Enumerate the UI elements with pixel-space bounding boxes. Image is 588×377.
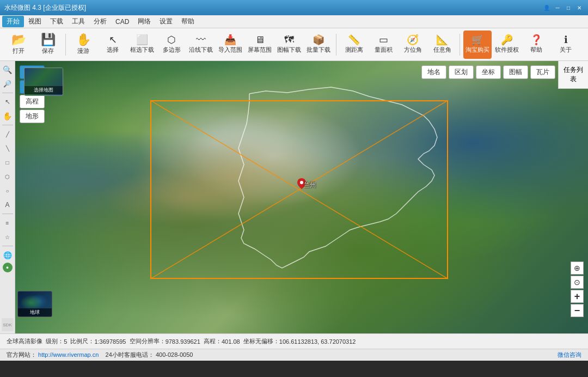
main-area: 🔍 🔎 ↖ ✋ ╱ ╲ □ ⬡ ○ A ≡ ☆ 🌐 ● SDK — [0, 61, 588, 333]
minimize-button[interactable]: ─ — [553, 3, 562, 12]
save-button[interactable]: 💾 保存 — [34, 31, 62, 59]
toolbar-separator-2 — [336, 34, 336, 56]
menu-download[interactable]: 下载 — [46, 16, 68, 27]
map-container[interactable]: 选择地图 电子 卫星 高程 地形 地名 区划 坐标 图幅 瓦片 任务列表 — [15, 61, 588, 333]
menu-settings[interactable]: 设置 — [155, 16, 177, 27]
tile-download-button[interactable]: 🗺 图幅下载 — [275, 31, 303, 59]
bbox-download-button[interactable]: ⬜ 框选下载 — [128, 31, 156, 59]
titlebar: 水经微图 4.3 [企业版已授权] 👤 ─ □ ✕ — [0, 0, 588, 15]
sidebar-rect[interactable]: □ — [1, 156, 14, 169]
menu-help[interactable]: 帮助 — [177, 16, 199, 27]
batch-download-button[interactable]: 📦 批量下载 — [304, 31, 333, 59]
zoom-controls: ⊕ ⊙ + − — [571, 262, 584, 317]
batch-icon: 📦 — [313, 35, 324, 45]
menu-view[interactable]: 视图 — [24, 16, 46, 27]
bbox-icon: ⬜ — [136, 35, 148, 45]
svg-point-2 — [300, 181, 303, 184]
sidebar-circle[interactable]: ○ — [1, 184, 14, 197]
scale-label: 比例尺： — [70, 337, 94, 345]
tab-coordinate[interactable]: 坐标 — [476, 65, 501, 79]
sidebar: 🔍 🔎 ↖ ✋ ╱ ╲ □ ⬡ ○ A ≡ ☆ 🌐 ● SDK — [0, 61, 15, 333]
tab-elevation[interactable]: 高程 — [20, 95, 45, 108]
location-button[interactable]: ⊙ — [571, 276, 584, 289]
open-button[interactable]: 📂 打开 — [4, 31, 33, 59]
zoom-in-button[interactable]: + — [571, 290, 584, 303]
task-list-button[interactable]: 任务列表 — [558, 61, 588, 89]
help-icon: ❓ — [530, 35, 542, 45]
sidebar-zoom-out[interactable]: 🔎 — [1, 77, 14, 90]
resolution-value: 9783.939621 — [166, 338, 200, 345]
sidebar-polygon[interactable]: ⬡ — [1, 170, 14, 183]
distance-icon: 📏 — [348, 35, 360, 45]
about-button[interactable]: ℹ 关于 — [552, 31, 580, 59]
angle-icon: 📐 — [436, 35, 448, 45]
footer-left: 官方网站： http://www.rivermap.cn 24小时客服电话： 4… — [7, 351, 193, 359]
tile-icon: 🗺 — [284, 35, 294, 45]
tab-boundary[interactable]: 区划 — [449, 65, 474, 79]
sidebar-line[interactable]: ╱ — [1, 127, 14, 141]
help-button[interactable]: ❓ 帮助 — [522, 31, 550, 59]
toolbar-separator-1 — [65, 34, 66, 56]
map-thumbnail[interactable]: 选择地图 — [24, 68, 63, 96]
phone-label: 24小时客服电话： — [106, 351, 154, 358]
website-link[interactable]: http://www.rivermap.cn — [38, 351, 99, 358]
sidebar-text[interactable]: A — [1, 198, 14, 211]
phone-value: 400-028-0050 — [156, 351, 193, 358]
polygon-button[interactable]: ⬡ 多边形 — [157, 31, 186, 59]
sidebar-arrow[interactable]: ↖ — [1, 95, 14, 108]
coord-value: 106.61132813, 63.72070312 — [279, 338, 356, 345]
menu-tools[interactable]: 工具 — [68, 16, 89, 27]
sidebar-layers[interactable]: ≡ — [1, 216, 14, 229]
menubar: 开始 视图 下载 工具 分析 CAD 网络 设置 帮助 — [0, 15, 588, 28]
phone-sep — [100, 351, 103, 358]
sidebar-sep-3 — [2, 214, 13, 214]
thumbnail-label: 选择地图 — [24, 86, 63, 94]
close-button[interactable]: ✕ — [575, 3, 584, 12]
fit-zoom-button[interactable]: ⊕ — [571, 262, 584, 275]
sidebar-sep-1 — [2, 93, 13, 93]
polygon-icon: ⬡ — [167, 35, 176, 45]
taobao-icon: 🛒 — [471, 35, 483, 45]
measure-distance-button[interactable]: 📏 测距离 — [340, 31, 368, 59]
menu-start[interactable]: 开始 — [2, 16, 24, 27]
sidebar-sdk: SDK — [2, 318, 14, 331]
screen-range-button[interactable]: 🖥 屏幕范围 — [246, 31, 274, 59]
license-button[interactable]: 🔑 软件授权 — [493, 31, 521, 59]
footer: 官方网站： http://www.rivermap.cn 24小时客服电话： 4… — [0, 349, 588, 361]
zoom-out-button[interactable]: − — [571, 304, 584, 317]
sidebar-pan[interactable]: ✋ — [1, 110, 14, 123]
tab-placename[interactable]: 地名 — [421, 65, 446, 79]
sidebar-zoom-in[interactable]: 🔍 — [1, 63, 14, 76]
taobao-button[interactable]: 🛒 淘宝购买 — [463, 31, 492, 59]
sidebar-sep-2 — [2, 125, 13, 125]
window-controls: 👤 ─ □ ✕ — [542, 3, 584, 12]
app-title: 水经微图 4.3 [企业版已授权] — [4, 3, 86, 13]
import-range-button[interactable]: 📥 导入范围 — [216, 31, 244, 59]
azimuth-button[interactable]: 🧭 方位角 — [399, 31, 427, 59]
tab-gridmap[interactable]: 图幅 — [503, 65, 528, 79]
sidebar-globe-small[interactable]: 🌐 — [1, 248, 14, 262]
globe-thumbnail[interactable]: 地球 — [17, 291, 52, 317]
tab-tile[interactable]: 瓦片 — [530, 65, 555, 79]
save-icon: 💾 — [41, 34, 56, 46]
select-icon: ↖ — [109, 35, 117, 45]
user-icon[interactable]: 👤 — [542, 3, 551, 12]
pan-icon: ✋ — [76, 34, 91, 46]
line-download-button[interactable]: 〰 沿线下载 — [187, 31, 215, 59]
about-icon: ℹ — [564, 35, 568, 45]
angle-button[interactable]: 📐 任意角 — [428, 31, 456, 59]
sidebar-green-circle[interactable]: ● — [3, 263, 13, 272]
line-icon: 〰 — [196, 35, 206, 45]
select-button[interactable]: ↖ 选择 — [99, 31, 127, 59]
menu-analysis[interactable]: 分析 — [89, 16, 111, 27]
sidebar-polyline[interactable]: ╲ — [1, 142, 14, 155]
coord-label: 坐标无偏移： — [243, 337, 279, 345]
tab-terrain[interactable]: 地形 — [20, 110, 45, 123]
maximize-button[interactable]: □ — [564, 3, 573, 12]
menu-network[interactable]: 网络 — [133, 16, 155, 27]
pan-button[interactable]: ✋ 漫游 — [69, 31, 97, 59]
sidebar-bookmark[interactable]: ☆ — [1, 230, 14, 244]
menu-cad[interactable]: CAD — [111, 17, 133, 27]
map-right-tabs: 地名 区划 坐标 图幅 瓦片 — [421, 65, 555, 79]
measure-area-button[interactable]: ▭ 量面积 — [369, 31, 397, 59]
